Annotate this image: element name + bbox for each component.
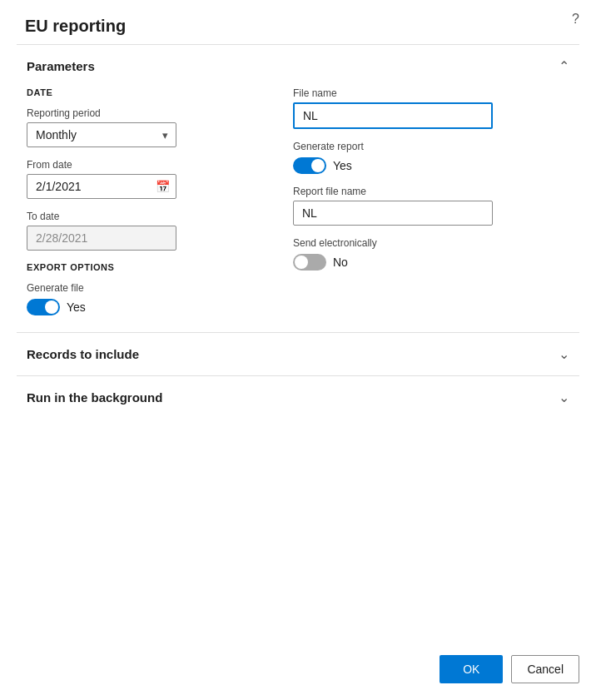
send-electronically-toggle-knob	[295, 256, 308, 269]
from-date-label: From date	[27, 159, 260, 171]
generate-file-toggle-row: Yes	[27, 299, 260, 315]
to-date-wrapper	[27, 226, 176, 251]
generate-file-value: Yes	[67, 300, 86, 314]
generate-report-value: Yes	[333, 159, 352, 172]
export-options-section: EXPORT OPTIONS Generate file Yes	[27, 262, 260, 315]
from-date-wrapper: 📅	[27, 174, 176, 199]
reporting-period-select[interactable]: Monthly Quarterly Yearly	[27, 122, 176, 147]
parameters-section-header[interactable]: Parameters ⌃	[17, 45, 579, 87]
send-electronically-field: Send electronically No	[293, 237, 569, 271]
parameters-section-body: DATE Reporting period Monthly Quarterly …	[17, 87, 579, 332]
send-electronically-value: No	[333, 256, 348, 269]
send-electronically-toggle[interactable]	[293, 254, 326, 271]
send-electronically-toggle-row: No	[293, 254, 569, 271]
reporting-period-label: Reporting period	[27, 107, 260, 119]
send-electronically-label: Send electronically	[293, 237, 569, 249]
generate-report-toggle[interactable]	[293, 157, 326, 174]
footer: OK Cancel	[440, 655, 579, 683]
records-section-title: Records to include	[27, 347, 139, 361]
records-section-header[interactable]: Records to include ⌄	[17, 333, 579, 375]
parameters-chevron-icon: ⌃	[559, 58, 569, 74]
generate-report-label: Generate report	[293, 141, 569, 152]
generate-file-label: Generate file	[27, 282, 260, 294]
help-icon[interactable]: ?	[572, 12, 579, 27]
to-date-label: To date	[27, 211, 260, 222]
report-file-name-field: Report file name	[293, 186, 569, 226]
page-title: EU reporting	[0, 0, 596, 44]
records-chevron-icon: ⌄	[559, 346, 569, 362]
from-date-field: From date 📅	[27, 159, 260, 199]
file-name-label: File name	[293, 87, 569, 99]
generate-file-toggle[interactable]	[27, 299, 60, 315]
generate-report-toggle-knob	[311, 159, 325, 172]
file-name-field: File name	[293, 87, 569, 129]
records-section: Records to include ⌄	[17, 332, 579, 375]
report-file-name-label: Report file name	[293, 186, 569, 197]
background-section: Run in the background ⌄	[17, 375, 579, 419]
parameters-section: Parameters ⌃ DATE Reporting period Month…	[17, 44, 579, 332]
parameters-two-col: DATE Reporting period Monthly Quarterly …	[27, 87, 569, 315]
generate-file-toggle-knob	[45, 300, 58, 314]
to-date-field: To date	[27, 211, 260, 251]
file-name-input[interactable]	[293, 102, 493, 129]
export-options-label: EXPORT OPTIONS	[27, 262, 260, 272]
generate-report-toggle-row: Yes	[293, 157, 569, 174]
parameters-section-title: Parameters	[27, 59, 95, 73]
date-label: DATE	[27, 87, 260, 97]
reporting-period-field: Reporting period Monthly Quarterly Yearl…	[27, 107, 260, 147]
reporting-period-select-wrapper: Monthly Quarterly Yearly	[27, 122, 176, 147]
cancel-button[interactable]: Cancel	[511, 655, 579, 683]
generate-report-field: Generate report Yes	[293, 141, 569, 174]
background-section-header[interactable]: Run in the background ⌄	[17, 376, 579, 419]
to-date-input[interactable]	[27, 226, 176, 251]
date-column: DATE Reporting period Monthly Quarterly …	[27, 87, 260, 315]
ok-button[interactable]: OK	[440, 655, 503, 683]
background-section-title: Run in the background	[27, 390, 162, 405]
file-name-column: File name Generate report Yes Report fil…	[293, 87, 569, 315]
background-chevron-icon: ⌄	[559, 390, 569, 405]
from-date-input[interactable]	[27, 174, 176, 199]
report-file-name-input[interactable]	[293, 201, 493, 226]
